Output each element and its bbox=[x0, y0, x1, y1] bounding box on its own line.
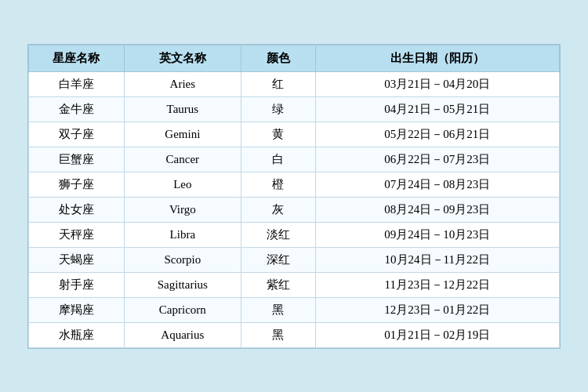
header-date: 出生日期（阳历） bbox=[315, 45, 559, 71]
cell-date: 01月21日－02月19日 bbox=[315, 322, 559, 347]
cell-en: Cancer bbox=[124, 147, 241, 172]
cell-cn: 天秤座 bbox=[29, 222, 125, 247]
table-row: 白羊座Aries红03月21日－04月20日 bbox=[29, 71, 560, 96]
cell-en: Gemini bbox=[124, 122, 241, 147]
cell-cn: 双子座 bbox=[29, 122, 125, 147]
cell-en: Aries bbox=[124, 71, 241, 96]
cell-cn: 摩羯座 bbox=[29, 297, 125, 322]
cell-color: 黑 bbox=[241, 297, 315, 322]
table-row: 水瓶座Aquarius黑01月21日－02月19日 bbox=[29, 322, 560, 347]
cell-en: Virgo bbox=[124, 197, 241, 222]
cell-en: Taurus bbox=[124, 96, 241, 122]
cell-cn: 水瓶座 bbox=[29, 322, 125, 347]
table-row: 金牛座Taurus绿04月21日－05月21日 bbox=[29, 96, 560, 122]
table-row: 天秤座Libra淡红09月24日－10月23日 bbox=[29, 222, 560, 247]
header-en: 英文名称 bbox=[124, 45, 241, 71]
cell-date: 12月23日－01月22日 bbox=[315, 297, 559, 322]
cell-color: 深红 bbox=[241, 247, 315, 272]
cell-cn: 金牛座 bbox=[29, 96, 125, 122]
cell-date: 07月24日－08月23日 bbox=[315, 172, 559, 197]
table-row: 天蝎座Scorpio深红10月24日－11月22日 bbox=[29, 247, 560, 272]
cell-date: 10月24日－11月22日 bbox=[315, 247, 559, 272]
cell-color: 黑 bbox=[241, 322, 315, 347]
cell-en: Libra bbox=[124, 222, 241, 247]
cell-color: 绿 bbox=[241, 96, 315, 122]
cell-cn: 白羊座 bbox=[29, 71, 125, 96]
cell-cn: 天蝎座 bbox=[29, 247, 125, 272]
cell-cn: 射手座 bbox=[29, 272, 125, 297]
cell-date: 11月23日－12月22日 bbox=[315, 272, 559, 297]
table-row: 射手座Sagittarius紫红11月23日－12月22日 bbox=[29, 272, 560, 297]
table-row: 巨蟹座Cancer白06月22日－07月23日 bbox=[29, 147, 560, 172]
cell-color: 淡红 bbox=[241, 222, 315, 247]
table-row: 双子座Gemini黄05月22日－06月21日 bbox=[29, 122, 560, 147]
cell-date: 05月22日－06月21日 bbox=[315, 122, 559, 147]
cell-cn: 处女座 bbox=[29, 197, 125, 222]
cell-color: 黄 bbox=[241, 122, 315, 147]
cell-cn: 巨蟹座 bbox=[29, 147, 125, 172]
table-row: 摩羯座Capricorn黑12月23日－01月22日 bbox=[29, 297, 560, 322]
cell-color: 紫红 bbox=[241, 272, 315, 297]
header-cn: 星座名称 bbox=[29, 45, 125, 71]
cell-en: Leo bbox=[124, 172, 241, 197]
cell-date: 08月24日－09月23日 bbox=[315, 197, 559, 222]
cell-cn: 狮子座 bbox=[29, 172, 125, 197]
cell-date: 03月21日－04月20日 bbox=[315, 71, 559, 96]
cell-color: 白 bbox=[241, 147, 315, 172]
cell-date: 06月22日－07月23日 bbox=[315, 147, 559, 172]
cell-color: 红 bbox=[241, 71, 315, 96]
table-header-row: 星座名称 英文名称 颜色 出生日期（阳历） bbox=[29, 45, 560, 71]
header-color: 颜色 bbox=[241, 45, 315, 71]
table-row: 处女座Virgo灰08月24日－09月23日 bbox=[29, 197, 560, 222]
cell-en: Scorpio bbox=[124, 247, 241, 272]
cell-en: Sagittarius bbox=[124, 272, 241, 297]
zodiac-table: 星座名称 英文名称 颜色 出生日期（阳历） 白羊座Aries红03月21日－04… bbox=[27, 44, 561, 349]
cell-en: Aquarius bbox=[124, 322, 241, 347]
table-row: 狮子座Leo橙07月24日－08月23日 bbox=[29, 172, 560, 197]
cell-color: 橙 bbox=[241, 172, 315, 197]
cell-date: 09月24日－10月23日 bbox=[315, 222, 559, 247]
cell-color: 灰 bbox=[241, 197, 315, 222]
cell-date: 04月21日－05月21日 bbox=[315, 96, 559, 122]
cell-en: Capricorn bbox=[124, 297, 241, 322]
